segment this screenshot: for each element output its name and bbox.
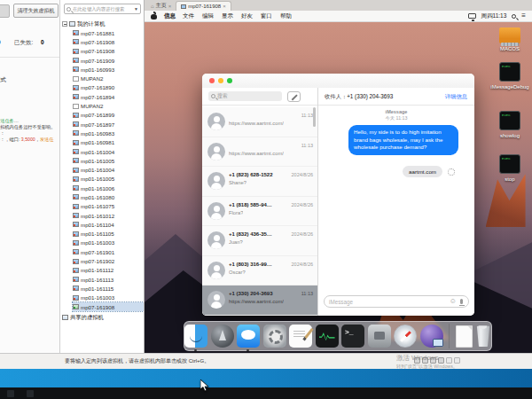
vm-list-item[interactable]: mp01-161105: [73, 230, 144, 239]
dock-icon-network[interactable]: [420, 325, 443, 348]
vm-console-area: ⌂ 主页 × mp07-161908 × 信息 文件编辑显示好友窗口帮助 周四1…: [145, 0, 532, 353]
menu-item[interactable]: 好友: [241, 12, 253, 20]
vm-list-item[interactable]: mp07-161909: [73, 56, 144, 65]
conversation-row[interactable]: +1 (330) 204-3693 11:13 https://www.aart…: [202, 286, 317, 316]
dock-icon-terminal[interactable]: [341, 325, 364, 348]
dock-icon-textedit[interactable]: [289, 325, 312, 348]
close-tab-icon[interactable]: ×: [168, 4, 172, 9]
minimize-window-icon[interactable]: [218, 78, 223, 83]
vm-list-item[interactable]: mp01-161006: [73, 184, 144, 192]
messages-title-bar[interactable]: [202, 74, 474, 88]
vm-list-item[interactable]: mp01-161003: [73, 293, 144, 302]
dock-separator[interactable]: [449, 324, 450, 348]
conversation-row[interactable]: +1 (818) 585-94… 2024/8/26 Flora?: [202, 197, 317, 227]
vm-list-item[interactable]: mp01-160981: [73, 138, 144, 147]
dock-icon-document[interactable]: [456, 325, 473, 348]
vm-list-item[interactable]: mp01-161012: [73, 211, 144, 220]
search-icon: [66, 7, 71, 12]
tab-vm-mp07-161908[interactable]: mp07-161908 ×: [176, 1, 231, 11]
vm-list-item[interactable]: mp01-161113: [73, 275, 144, 284]
menu-item[interactable]: 编辑: [202, 12, 214, 20]
dock-icon-safari[interactable]: [394, 325, 417, 348]
vm-list-item[interactable]: mp01-161004: [73, 165, 144, 174]
vm-list-item[interactable]: mp07-161894: [73, 92, 144, 101]
emoji-picker-icon[interactable]: ☺: [450, 298, 457, 305]
vm-list-item[interactable]: mp01-161005: [73, 156, 144, 165]
conversation-scrollbar[interactable]: [313, 107, 316, 127]
tree-root-shared-vms[interactable]: 共享的虚拟机: [62, 313, 144, 322]
vm-icon: [73, 76, 79, 82]
vm-list-item[interactable]: mp01-160993: [73, 65, 144, 74]
dock-icon-finder[interactable]: [184, 325, 207, 348]
search-dropdown-arrow-icon[interactable]: ▼: [134, 6, 138, 12]
dock-icon-utility[interactable]: [368, 325, 391, 348]
tree-root-my-computer[interactable]: 我的计算机: [62, 20, 144, 28]
vm-list-item[interactable]: mp07-161897: [73, 120, 144, 129]
desktop-icon-imessagedebug[interactable]: EXEC iMessageDebug: [490, 62, 528, 90]
to-value: +1 (330) 204-3693: [347, 93, 393, 99]
messages-search-input[interactable]: 搜索: [208, 91, 282, 101]
display-status-icon[interactable]: [468, 13, 476, 19]
vm-list-item[interactable]: mp01-161080: [73, 192, 144, 201]
conversation-row[interactable]: +1 (823) 628-1522 2024/8/26 Shane?: [202, 167, 317, 197]
vm-list-item[interactable]: mp07-161899: [73, 111, 144, 120]
vm-list-item[interactable]: mp07-161901: [73, 247, 144, 256]
microphone-icon[interactable]: [460, 299, 463, 304]
desktop-icon-showlog[interactable]: EXEC showlog: [499, 111, 520, 138]
vm-list-item[interactable]: mp01-161003: [73, 239, 144, 247]
taskbar-icon[interactable]: [7, 390, 14, 397]
close-tab-icon[interactable]: ×: [223, 4, 226, 9]
dock-icon-launchpad[interactable]: [211, 325, 234, 348]
tool-button-stub[interactable]: [0, 4, 10, 18]
dock-icon-system-preferences[interactable]: [263, 325, 286, 348]
recipient-row[interactable]: 收件人：+1 (330) 204-3693: [325, 93, 393, 101]
menu-item[interactable]: 显示: [222, 12, 233, 20]
notification-center-icon[interactable]: ≡: [521, 13, 526, 19]
vm-list-item[interactable]: mp01-161004: [73, 147, 144, 156]
vm-list-item[interactable]: mp07-161890: [73, 83, 144, 92]
menu-item[interactable]: 窗口: [261, 12, 272, 20]
vm-list-item[interactable]: mp01-161104: [73, 220, 144, 229]
vm-icon: [73, 66, 79, 72]
vm-list-item[interactable]: mp01-161005: [73, 175, 144, 184]
details-link[interactable]: 详细信息: [445, 93, 467, 101]
dock-icon-activity-monitor[interactable]: [316, 325, 339, 348]
conversation-row[interactable]: +1 (803) 316-99… 2024/8/26 Oscar?: [202, 256, 317, 286]
vm-list-item[interactable]: mp01-161075: [73, 202, 144, 211]
dock-icon-trash[interactable]: [475, 325, 491, 347]
close-window-icon[interactable]: [209, 78, 215, 83]
contact-name: +1 (823) 628-1522: [229, 172, 273, 177]
vm-tool-panel: 清理失效虚拟机 0 已失效: 0 模式 发送任务… 虚拟机内任务运行不受影响。 …: [0, 0, 60, 353]
menu-item[interactable]: 帮助: [280, 12, 292, 20]
vm-list-item[interactable]: mp07-161908: [73, 37, 144, 46]
vm-library-panel: 在此处键入内容进行搜索 ▼ 我的计算机 mp07-161881: [60, 0, 145, 353]
vm-list-item[interactable]: MUPAN2: [73, 74, 144, 82]
desktop-icon-macos[interactable]: MACOS: [499, 25, 520, 51]
vm-list-item[interactable]: mp07-161908: [73, 47, 144, 56]
spotlight-search-icon[interactable]: [512, 14, 516, 19]
vm-list-item[interactable]: MUPAN2: [73, 101, 144, 110]
conversation-row[interactable]: 11:13 https://www.aartmt.com/: [202, 137, 317, 168]
conversation-row[interactable]: +1 (832) 436-35… 2024/8/26 Juan?: [202, 226, 317, 256]
vm-list-item[interactable]: mp01-160983: [73, 129, 144, 137]
taskbar-icon[interactable]: [27, 390, 34, 397]
tab-home[interactable]: ⌂ 主页 ×: [146, 1, 176, 11]
dock-icon-messages[interactable]: [237, 325, 260, 348]
zoom-window-icon[interactable]: [227, 78, 232, 83]
compose-message-button[interactable]: [287, 91, 301, 102]
vm-list-item[interactable]: mp07-161881: [73, 28, 144, 37]
vm-search-input[interactable]: 在此处键入内容进行搜索 ▼: [64, 4, 141, 14]
menu-app-name[interactable]: 信息: [164, 12, 176, 20]
menu-item[interactable]: 文件: [183, 12, 194, 20]
conversation-row[interactable]: 11:13 https://www.aartmt.com/: [202, 107, 317, 137]
vm-list-item[interactable]: mp07-161908: [73, 302, 144, 311]
vm-list-item[interactable]: mp01-161115: [73, 284, 144, 293]
clean-invalid-vms-button[interactable]: 清理失效虚拟机: [13, 4, 59, 18]
apple-menu-icon[interactable]: [151, 12, 157, 20]
vm-list-item[interactable]: mp07-161902: [73, 256, 144, 265]
desktop-icon-stop[interactable]: EXEC stop: [499, 154, 520, 182]
vm-list-item[interactable]: mp01-161112: [73, 266, 144, 275]
collapse-icon[interactable]: [62, 21, 67, 27]
menu-clock[interactable]: 周四11:13: [481, 12, 507, 20]
message-input[interactable]: iMessage ☺: [324, 295, 469, 308]
